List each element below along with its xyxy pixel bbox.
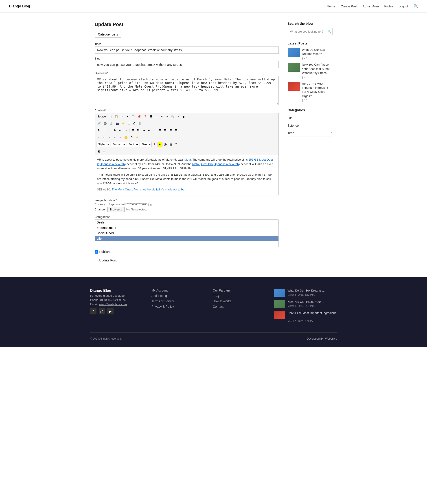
overview-textarea[interactable]: VR is about to become slightly more affo… bbox=[95, 76, 279, 105]
footer-link-partners[interactable]: Our Partners bbox=[213, 289, 265, 292]
nav-profile[interactable]: Profile bbox=[384, 5, 393, 8]
tb-copy[interactable]: 📋 bbox=[130, 114, 136, 119]
tb-preview[interactable]: 👁 bbox=[120, 114, 124, 119]
footer-link-how-works[interactable]: How It Works bbox=[213, 299, 265, 303]
tb-subscript[interactable]: x₂ bbox=[118, 128, 123, 133]
tb-anchor[interactable]: ⚓ bbox=[108, 121, 114, 126]
tb-superscript[interactable]: x² bbox=[123, 128, 128, 133]
footer-recent-title-2[interactable]: Here's The Most Important Ingredient ... bbox=[287, 311, 337, 319]
tb-underline[interactable]: U bbox=[107, 128, 112, 133]
tb-more5[interactable]: ▫ bbox=[118, 135, 123, 140]
update-post-button[interactable]: Update Post bbox=[95, 257, 121, 264]
tb-bold[interactable]: B bbox=[96, 128, 101, 133]
tb-fullscreen[interactable]: □ bbox=[102, 149, 107, 154]
footer-link-faq[interactable]: FAQ bbox=[213, 294, 265, 298]
tb-ul[interactable]: ☷ bbox=[136, 128, 141, 133]
nav-create-post[interactable]: Create Post bbox=[341, 5, 357, 8]
header-search-button[interactable]: 🔍 bbox=[413, 4, 418, 8]
cat-name-2[interactable]: Tech bbox=[288, 131, 294, 135]
site-logo[interactable]: Django Blog bbox=[9, 4, 30, 8]
tb-paste[interactable]: 📌 bbox=[137, 114, 142, 119]
tb-more3[interactable]: ▫ bbox=[107, 135, 112, 140]
tb-flash2[interactable]: ⚡ bbox=[135, 135, 140, 140]
tb-pagebreak[interactable]: ▒ bbox=[137, 121, 142, 126]
tb-source[interactable]: Source bbox=[96, 114, 107, 119]
tb-align-left[interactable]: ☰ bbox=[158, 128, 162, 133]
tb-more6[interactable]: ↕ bbox=[141, 135, 146, 140]
cat-option-social-good[interactable]: Social Good bbox=[95, 230, 278, 236]
instagram-icon[interactable]: ◯ bbox=[99, 308, 105, 315]
search-input[interactable] bbox=[288, 28, 333, 35]
tb-select-all[interactable]: ▮ bbox=[182, 114, 186, 119]
publish-checkbox[interactable] bbox=[95, 250, 98, 253]
footer-link-privacy[interactable]: Privacy & Policy bbox=[152, 305, 204, 308]
title-input[interactable] bbox=[95, 47, 279, 54]
slug-input[interactable] bbox=[95, 61, 279, 68]
tb-size-select[interactable]: Size bbox=[140, 142, 152, 147]
tb-bg-color[interactable]: A bbox=[158, 142, 162, 147]
latest-post-title-2[interactable]: Here's The Most Important Ingredient For… bbox=[302, 82, 333, 98]
categories-select[interactable]: Deals Entertainment Social Good Life bbox=[95, 220, 279, 247]
tb-align-center[interactable]: ☰ bbox=[163, 128, 168, 133]
tb-hr[interactable]: ⎯ bbox=[154, 114, 159, 119]
tb-resize[interactable]: ▣ bbox=[96, 149, 101, 154]
tb-font-select[interactable]: Font bbox=[127, 142, 139, 147]
tb-indent[interactable]: ⇥ bbox=[141, 128, 146, 133]
tb-spell[interactable]: ✓ bbox=[176, 114, 181, 119]
category-lists-button[interactable]: Category Lists bbox=[95, 31, 121, 38]
tb-blockquote[interactable]: “” bbox=[152, 128, 157, 133]
tb-align-justify[interactable]: ☰ bbox=[174, 128, 179, 133]
tb-format-select[interactable]: Format bbox=[111, 142, 126, 147]
tb-more4[interactable]: ▫ bbox=[112, 135, 117, 140]
nav-home[interactable]: Home bbox=[327, 5, 335, 8]
tb-italic[interactable]: I bbox=[102, 128, 107, 133]
editor-link-questvo[interactable]: Meta Quest Pro(Opens in a new tab) bbox=[192, 162, 240, 166]
editor-link-seealso[interactable]: The Meta Quest Pro is not the big fail i… bbox=[112, 188, 185, 191]
browse-button[interactable]: Browse... bbox=[107, 207, 124, 212]
tb-paste-text[interactable]: 📍 bbox=[143, 114, 148, 119]
tb-more1[interactable]: ▫ bbox=[96, 135, 101, 140]
tb-maximize[interactable]: ⨀ bbox=[163, 142, 168, 147]
tb-table[interactable]: ☷ bbox=[149, 114, 153, 119]
tb-new-doc[interactable]: 📄 bbox=[107, 114, 113, 119]
tb-outdent[interactable]: ⇤ bbox=[147, 128, 152, 133]
tb-font-color[interactable]: A bbox=[152, 142, 157, 147]
footer-link-my-account[interactable]: My Account bbox=[152, 289, 204, 292]
footer-recent-title-0[interactable]: What Do Our Sex Dreams ... bbox=[287, 289, 337, 293]
cat-option-deals[interactable]: Deals bbox=[95, 220, 278, 225]
footer-link-contact[interactable]: Contact bbox=[213, 305, 265, 308]
cat-option-life[interactable]: Life bbox=[95, 236, 278, 241]
tb-redo[interactable]: ↷ bbox=[165, 114, 170, 119]
tb-undo[interactable]: ↶ bbox=[159, 114, 164, 119]
cat-name-1[interactable]: Science bbox=[288, 124, 299, 127]
tb-unlink[interactable]: 🔘 bbox=[102, 121, 108, 126]
tb-align-right[interactable]: ☰ bbox=[168, 128, 173, 133]
nav-admin-area[interactable]: Admin Area bbox=[363, 5, 379, 8]
facebook-icon[interactable]: f bbox=[90, 308, 97, 315]
tb-ol[interactable]: ☷ bbox=[130, 128, 136, 133]
nav-logout[interactable]: Logout bbox=[398, 5, 408, 8]
editor-link-meta[interactable]: Meta bbox=[184, 158, 191, 161]
tb-show-blocks[interactable]: ▦ bbox=[168, 142, 173, 147]
youtube-icon[interactable]: ▶ bbox=[107, 308, 114, 315]
search-submit-button[interactable]: 🔍 bbox=[327, 30, 331, 33]
cat-option-entertainment[interactable]: Entertainment bbox=[95, 225, 278, 230]
tb-templates[interactable]: 📋 bbox=[114, 114, 119, 119]
tb-styles-select[interactable]: Styles bbox=[96, 142, 110, 147]
tb-strike[interactable]: S bbox=[112, 128, 117, 133]
content-editor-body[interactable]: VR is about to become slightly more affo… bbox=[95, 155, 279, 195]
tb-more2[interactable]: ▫ bbox=[102, 135, 107, 140]
tb-emoji[interactable]: 🙂 bbox=[123, 135, 129, 140]
tb-find[interactable]: 🔍 bbox=[170, 114, 176, 119]
cat-name-0[interactable]: Life bbox=[288, 116, 293, 120]
latest-post-title-1[interactable]: Now You Can Pause Your Snapchat Streak W… bbox=[302, 63, 333, 75]
tb-special-char[interactable]: Ω bbox=[132, 121, 137, 126]
tb-cut[interactable]: ✂ bbox=[125, 114, 130, 119]
footer-link-add-listing[interactable]: Add Listing bbox=[152, 294, 204, 298]
footer-link-terms[interactable]: Terms of Service bbox=[152, 299, 204, 303]
footer-developer[interactable]: Webphics bbox=[325, 337, 337, 340]
tb-flash[interactable]: ⚡ bbox=[121, 121, 126, 126]
tb-link[interactable]: 🔗 bbox=[96, 121, 102, 126]
tb-image[interactable]: 📷 bbox=[114, 121, 120, 126]
footer-email-link[interactable]: evan@webphics.com bbox=[99, 303, 127, 306]
